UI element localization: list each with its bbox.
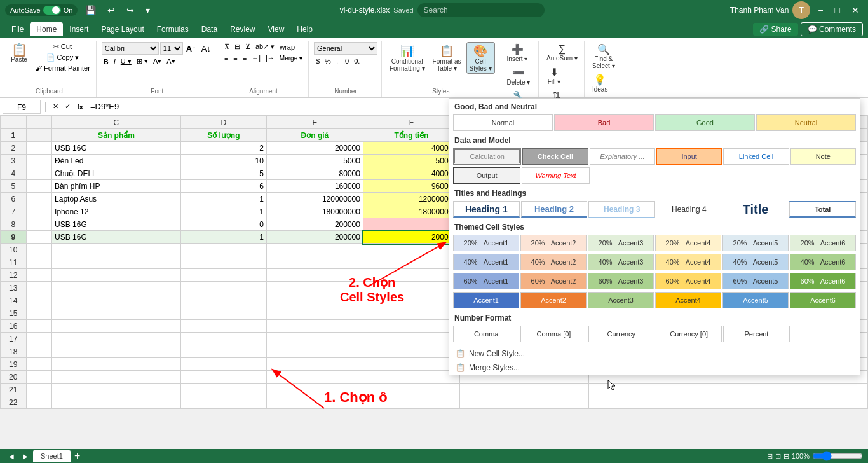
cell-c1[interactable]: Sản phẩm: [52, 129, 181, 142]
style-heading3[interactable]: Heading 3: [588, 201, 655, 218]
cell-c6[interactable]: Laptop Asus: [52, 193, 181, 205]
style-60-accent1[interactable]: 60% - Accent1: [453, 273, 519, 289]
style-20-accent1[interactable]: 20% - Accent1: [453, 235, 519, 251]
col-header-e[interactable]: E: [266, 116, 363, 129]
fill-button[interactable]: ⬇Fill ▾: [544, 65, 564, 86]
search-input[interactable]: [417, 3, 545, 17]
style-calculation[interactable]: Calculation: [453, 148, 521, 165]
tab-data[interactable]: Data: [195, 22, 224, 36]
cut-button[interactable]: ✂ Cut: [33, 42, 92, 52]
paste-button[interactable]: 📋 Paste: [6, 42, 32, 64]
font-family-select[interactable]: Calibri: [102, 42, 159, 55]
style-good[interactable]: Good: [655, 114, 755, 131]
merge-styles-item[interactable]: 📋 Merge Styles...: [449, 361, 860, 375]
cell-d5[interactable]: 6: [180, 180, 266, 193]
view-page-layout-icon[interactable]: ⊟: [783, 452, 789, 460]
align-bottom-button[interactable]: ⊻: [243, 42, 252, 52]
style-output[interactable]: Output: [453, 167, 520, 184]
align-right-button[interactable]: ≡: [241, 53, 248, 62]
autosum-button[interactable]: ∑AutoSum ▾: [544, 42, 580, 63]
share-button[interactable]: 🔗 Share: [753, 23, 797, 36]
zoom-slider[interactable]: [812, 451, 863, 461]
tab-formulas[interactable]: Formulas: [151, 22, 195, 36]
cell-e3[interactable]: 5000: [266, 155, 363, 167]
save-button[interactable]: 💾: [81, 4, 100, 17]
cell-e8[interactable]: 200000: [266, 218, 363, 231]
cell-f10[interactable]: [363, 244, 459, 256]
style-heading2[interactable]: Heading 2: [521, 201, 588, 218]
tab-home[interactable]: Home: [30, 22, 63, 36]
cell-e6[interactable]: 120000000: [266, 193, 363, 205]
style-explanatory[interactable]: Explanatory ...: [590, 148, 655, 165]
cell-e11[interactable]: [266, 256, 363, 269]
tab-review[interactable]: Review: [224, 22, 261, 36]
style-neutral[interactable]: Neutral: [756, 114, 856, 131]
number-format-select[interactable]: General: [314, 42, 377, 55]
font-color-button[interactable]: A▾: [165, 57, 177, 66]
cell-c3[interactable]: Đèn Led: [52, 155, 181, 167]
style-60-accent4[interactable]: 60% - Accent4: [655, 273, 721, 289]
cell-reference-box[interactable]: F9: [3, 100, 41, 114]
cell-c11[interactable]: [52, 256, 181, 269]
style-40-accent5[interactable]: 40% - Accent5: [722, 254, 789, 270]
cell-d11[interactable]: [180, 256, 266, 269]
view-normal-icon[interactable]: ⊞: [767, 452, 773, 460]
find-select-button[interactable]: 🔍Find &Select ▾: [590, 42, 618, 71]
cell-c7[interactable]: Iphone 12: [52, 205, 181, 218]
autosave-toggle[interactable]: [43, 6, 61, 15]
col-header-f[interactable]: F: [363, 116, 459, 129]
font-size-select[interactable]: 11: [160, 42, 183, 55]
align-middle-button[interactable]: ⊟: [233, 42, 242, 52]
text-orientation-button[interactable]: ab↗ ▾: [254, 42, 276, 52]
cell-d10[interactable]: [180, 244, 266, 256]
copy-button[interactable]: 📄 Copy ▾: [33, 53, 92, 62]
style-currency[interactable]: Currency: [588, 326, 654, 342]
style-title[interactable]: Title: [723, 201, 789, 218]
cell-d3[interactable]: 10: [180, 155, 266, 167]
cell-d4[interactable]: 5: [180, 167, 266, 180]
cell-c5[interactable]: Bàn phím HP: [52, 180, 181, 193]
cell-f3[interactable]: 50000: [363, 155, 459, 167]
prev-sheet-button[interactable]: ◀: [5, 452, 18, 461]
cell-f5[interactable]: 960000: [363, 180, 459, 193]
tab-help[interactable]: Help: [290, 22, 319, 36]
fill-color-button[interactable]: A▾: [151, 57, 163, 66]
cell-f1[interactable]: Tổng tiền: [363, 129, 459, 142]
cell-d8[interactable]: 0: [180, 218, 266, 231]
comma-button[interactable]: ,: [334, 57, 340, 66]
style-20-accent2[interactable]: 20% - Accent2: [520, 235, 587, 251]
cell-e1[interactable]: Đơn giá: [266, 129, 363, 142]
style-percent[interactable]: Percent: [723, 326, 789, 342]
close-button[interactable]: ✕: [848, 4, 863, 17]
style-accent4[interactable]: Accent4: [655, 292, 721, 308]
style-60-accent2[interactable]: 60% - Accent2: [520, 273, 587, 289]
format-as-table-button[interactable]: 📋 Format asTable ▾: [430, 42, 464, 74]
style-accent3[interactable]: Accent3: [588, 292, 654, 308]
cell-d1[interactable]: Số lượng: [180, 129, 266, 142]
underline-button[interactable]: U ▾: [119, 57, 133, 66]
style-40-accent4[interactable]: 40% - Accent4: [655, 254, 721, 270]
style-currency0[interactable]: Currency [0]: [656, 326, 722, 342]
style-40-accent1[interactable]: 40% - Accent1: [453, 254, 519, 270]
bold-button[interactable]: B: [102, 57, 111, 66]
style-accent5[interactable]: Accent5: [722, 292, 789, 308]
insert-button[interactable]: ➕Insert ▾: [505, 42, 531, 64]
customize-qat-button[interactable]: ▾: [142, 4, 154, 17]
style-40-accent2[interactable]: 40% - Accent2: [520, 254, 587, 270]
col-header-c[interactable]: C: [52, 116, 181, 129]
increase-indent-button[interactable]: |→: [264, 53, 276, 62]
wrap-text-button[interactable]: wrap: [278, 42, 297, 52]
tab-view[interactable]: View: [262, 22, 291, 36]
style-40-accent3[interactable]: 40% - Accent3: [588, 254, 654, 270]
view-page-break-icon[interactable]: ⊡: [775, 452, 781, 460]
cell-f11[interactable]: [363, 256, 459, 269]
align-center-button[interactable]: ≡: [231, 53, 239, 62]
style-total[interactable]: Total: [789, 201, 856, 218]
tab-insert[interactable]: Insert: [63, 22, 95, 36]
style-normal[interactable]: Normal: [453, 114, 553, 131]
style-40-accent6[interactable]: 40% - Accent6: [790, 254, 856, 270]
cell-e4[interactable]: 80000: [266, 167, 363, 180]
style-input[interactable]: Input: [656, 148, 722, 165]
merge-center-button[interactable]: Merge ▾: [278, 53, 304, 62]
cell-e10[interactable]: [266, 244, 363, 256]
